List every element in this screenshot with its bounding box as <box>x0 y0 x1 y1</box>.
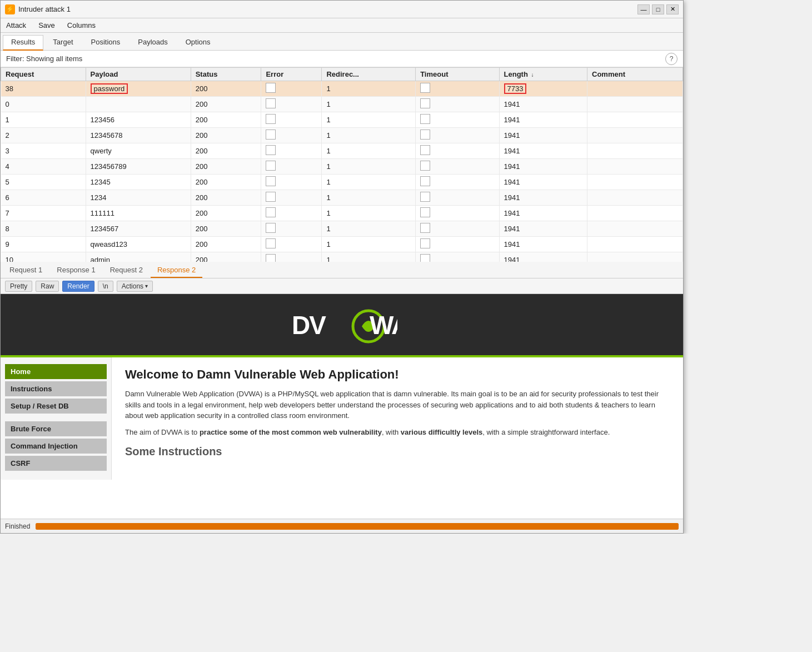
pretty-button[interactable]: Pretty <box>5 281 32 292</box>
progress-bar-fill <box>36 523 679 530</box>
col-timeout[interactable]: Timeout <box>416 68 499 81</box>
table-row[interactable]: 020011941 <box>1 97 683 112</box>
tab-request-1[interactable]: Request 1 <box>3 264 49 278</box>
tab-request-2[interactable]: Request 2 <box>103 264 150 278</box>
sidebar-item-command-injection[interactable]: Command Injection <box>5 439 107 454</box>
cell-comment <box>587 112 683 128</box>
sidebar-spacer <box>5 416 107 421</box>
cell-redirect: 1 <box>322 81 416 97</box>
maximize-button[interactable]: □ <box>652 4 664 14</box>
table-row[interactable]: 8123456720011941 <box>1 221 683 237</box>
render-button[interactable]: Render <box>62 281 94 292</box>
tab-results[interactable]: Results <box>3 35 43 51</box>
menu-columns[interactable]: Columns <box>65 20 98 31</box>
cell-request: 4 <box>1 159 86 175</box>
cell-length: 1941 <box>499 237 587 252</box>
sidebar-item-home[interactable]: Home <box>5 364 107 379</box>
cell-redirect: 1 <box>322 252 416 262</box>
newline-button[interactable]: \n <box>98 281 113 292</box>
table-row[interactable]: 51234520011941 <box>1 175 683 190</box>
actions-button[interactable]: Actions ▾ <box>117 281 153 292</box>
tab-options[interactable]: Options <box>177 35 219 50</box>
cell-timeout <box>416 97 499 112</box>
sidebar-item-setup[interactable]: Setup / Reset DB <box>5 399 107 414</box>
cell-status: 200 <box>191 175 261 190</box>
table-row[interactable]: 10admin20011941 <box>1 252 683 262</box>
cell-status: 200 <box>191 221 261 237</box>
tab-response-1[interactable]: Response 1 <box>50 264 102 278</box>
menu-attack[interactable]: Attack <box>4 20 28 31</box>
cell-error <box>261 237 322 252</box>
tab-target[interactable]: Target <box>44 35 81 50</box>
cell-comment <box>587 143 683 159</box>
cell-payload: 111111 <box>86 206 191 221</box>
table-row[interactable]: 21234567820011941 <box>1 128 683 143</box>
cell-timeout <box>416 190 499 206</box>
menubar: Attack Save Columns <box>1 18 683 33</box>
sidebar-item-bruteforce[interactable]: Brute Force <box>5 421 107 436</box>
dvwa-para-1: Damn Vulnerable Web Application (DVWA) i… <box>125 389 670 421</box>
sidebar-item-csrf[interactable]: CSRF <box>5 456 107 471</box>
col-request[interactable]: Request <box>1 68 86 81</box>
dvwa-para-scroll: Some Instructions <box>125 443 670 460</box>
table-row[interactable]: 3qwerty20011941 <box>1 143 683 159</box>
cell-timeout <box>416 143 499 159</box>
dvwa-header: DV WA <box>1 294 683 355</box>
minimize-button[interactable]: — <box>637 4 650 14</box>
tab-response-2[interactable]: Response 2 <box>151 264 202 278</box>
table-row[interactable]: 412345678920011941 <box>1 159 683 175</box>
col-redirect[interactable]: Redirec... <box>322 68 416 81</box>
cell-payload: qwerty <box>86 143 191 159</box>
cell-redirect: 1 <box>322 143 416 159</box>
cell-request: 3 <box>1 143 86 159</box>
progress-bar <box>36 523 679 530</box>
sidebar-item-instructions[interactable]: Instructions <box>5 381 107 396</box>
cell-timeout <box>416 252 499 262</box>
cell-timeout <box>416 175 499 190</box>
cell-status: 200 <box>191 143 261 159</box>
table-row[interactable]: 112345620011941 <box>1 112 683 128</box>
main-tabs: Results Target Positions Payloads Option… <box>1 33 683 51</box>
cell-comment <box>587 97 683 112</box>
cell-length: 1941 <box>499 143 587 159</box>
col-error[interactable]: Error <box>261 68 322 81</box>
cell-status: 200 <box>191 252 261 262</box>
raw-button[interactable]: Raw <box>36 281 59 292</box>
app-icon: ⚡ <box>5 4 15 14</box>
dvwa-para-2: The aim of DVWA is to practice some of t… <box>125 427 670 438</box>
cell-comment <box>587 159 683 175</box>
table-row[interactable]: 38password20017733 <box>1 81 683 97</box>
col-status[interactable]: Status <box>191 68 261 81</box>
cell-length: 1941 <box>499 252 587 262</box>
col-length[interactable]: Length ↓ <box>499 68 587 81</box>
tab-payloads[interactable]: Payloads <box>129 35 176 50</box>
cell-error <box>261 221 322 237</box>
cell-redirect: 1 <box>322 190 416 206</box>
cell-error <box>261 112 322 128</box>
table-row[interactable]: 9qweasd12320011941 <box>1 237 683 252</box>
cell-payload: 1234567 <box>86 221 191 237</box>
table-row[interactable]: 711111120011941 <box>1 206 683 221</box>
svg-text:DV: DV <box>292 311 326 340</box>
filter-bar: Filter: Showing all items ? <box>1 51 683 67</box>
cell-comment <box>587 221 683 237</box>
help-button[interactable]: ? <box>665 53 678 65</box>
cell-error <box>261 143 322 159</box>
cell-error <box>261 128 322 143</box>
col-payload[interactable]: Payload <box>86 68 191 81</box>
close-button[interactable]: ✕ <box>666 4 679 14</box>
cell-error <box>261 252 322 262</box>
window-controls: — □ ✕ <box>637 4 679 14</box>
menu-save[interactable]: Save <box>36 20 57 31</box>
tab-positions[interactable]: Positions <box>83 35 129 50</box>
cell-payload: password <box>86 81 191 97</box>
cell-payload: admin <box>86 252 191 262</box>
status-text: Finished <box>5 522 30 530</box>
table-row[interactable]: 6123420011941 <box>1 190 683 206</box>
cell-status: 200 <box>191 128 261 143</box>
cell-timeout <box>416 206 499 221</box>
cell-status: 200 <box>191 112 261 128</box>
col-comment[interactable]: Comment <box>587 68 683 81</box>
cell-comment <box>587 190 683 206</box>
dvwa-heading: Welcome to Damn Vulnerable Web Applicati… <box>125 367 670 382</box>
